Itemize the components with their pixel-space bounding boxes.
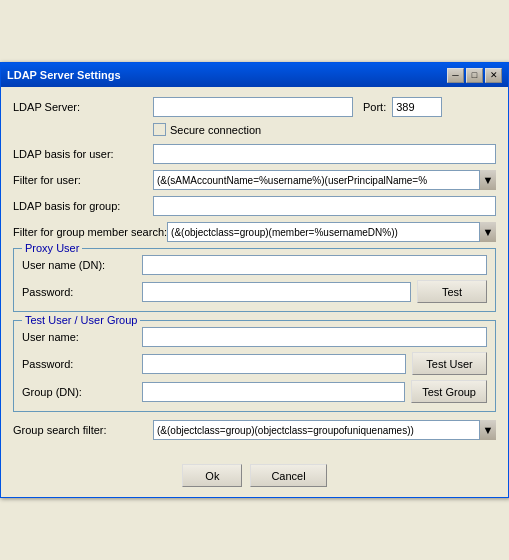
form-content: LDAP Server: Port: Secure connection LDA… <box>1 87 508 456</box>
maximize-button[interactable]: □ <box>466 68 483 83</box>
test-password-input[interactable] <box>142 354 406 374</box>
proxy-username-input[interactable] <box>142 255 487 275</box>
test-username-row: User name: <box>22 327 487 347</box>
test-group-input[interactable] <box>142 382 405 402</box>
filter-user-row: Filter for user: ▼ <box>13 170 496 190</box>
footer-buttons: Ok Cancel <box>1 456 508 497</box>
ldap-basis-user-label: LDAP basis for user: <box>13 148 153 160</box>
ldap-basis-group-row: LDAP basis for group: <box>13 196 496 216</box>
group-search-label: Group search filter: <box>13 424 153 436</box>
test-username-input[interactable] <box>142 327 487 347</box>
cancel-button[interactable]: Cancel <box>250 464 326 487</box>
proxy-password-row: Password: Test <box>22 280 487 303</box>
test-password-label: Password: <box>22 358 142 370</box>
ok-button[interactable]: Ok <box>182 464 242 487</box>
filter-group-row: Filter for group member search: ▼ <box>13 222 496 242</box>
test-user-title: Test User / User Group <box>22 314 140 326</box>
ldap-server-label: LDAP Server: <box>13 101 153 113</box>
ldap-settings-window: LDAP Server Settings ─ □ ✕ LDAP Server: … <box>0 62 509 498</box>
group-search-wrapper: ▼ <box>153 420 496 440</box>
filter-user-input[interactable] <box>153 170 496 190</box>
ldap-server-input[interactable] <box>153 97 353 117</box>
group-search-input[interactable] <box>153 420 496 440</box>
proxy-username-row: User name (DN): <box>22 255 487 275</box>
proxy-username-label: User name (DN): <box>22 259 142 271</box>
ldap-basis-user-row: LDAP basis for user: <box>13 144 496 164</box>
filter-group-wrapper: ▼ <box>167 222 496 242</box>
proxy-password-label: Password: <box>22 286 142 298</box>
minimize-button[interactable]: ─ <box>447 68 464 83</box>
filter-group-input[interactable] <box>167 222 496 242</box>
filter-user-label: Filter for user: <box>13 174 153 186</box>
ldap-server-row: LDAP Server: Port: <box>13 97 496 117</box>
secure-checkbox[interactable] <box>153 123 166 136</box>
title-bar-controls: ─ □ ✕ <box>447 68 502 83</box>
proxy-user-section: Proxy User User name (DN): Password: Tes… <box>13 248 496 312</box>
secure-label: Secure connection <box>170 124 261 136</box>
ldap-basis-group-label: LDAP basis for group: <box>13 200 153 212</box>
ldap-basis-user-input[interactable] <box>153 144 496 164</box>
ldap-basis-group-input[interactable] <box>153 196 496 216</box>
proxy-user-title: Proxy User <box>22 242 82 254</box>
title-bar: LDAP Server Settings ─ □ ✕ <box>1 63 508 87</box>
window-title: LDAP Server Settings <box>7 69 121 81</box>
test-user-button[interactable]: Test User <box>412 352 487 375</box>
close-button[interactable]: ✕ <box>485 68 502 83</box>
proxy-password-input[interactable] <box>142 282 411 302</box>
proxy-test-button[interactable]: Test <box>417 280 487 303</box>
test-group-row: Group (DN): Test Group <box>22 380 487 403</box>
filter-group-label: Filter for group member search: <box>13 226 167 238</box>
test-group-button[interactable]: Test Group <box>411 380 487 403</box>
filter-user-wrapper: ▼ <box>153 170 496 190</box>
test-group-label: Group (DN): <box>22 386 142 398</box>
secure-row: Secure connection <box>13 123 496 136</box>
test-username-label: User name: <box>22 331 142 343</box>
port-label: Port: <box>363 101 386 113</box>
port-input[interactable] <box>392 97 442 117</box>
group-search-row: Group search filter: ▼ <box>13 420 496 440</box>
test-password-row: Password: Test User <box>22 352 487 375</box>
test-user-section: Test User / User Group User name: Passwo… <box>13 320 496 412</box>
